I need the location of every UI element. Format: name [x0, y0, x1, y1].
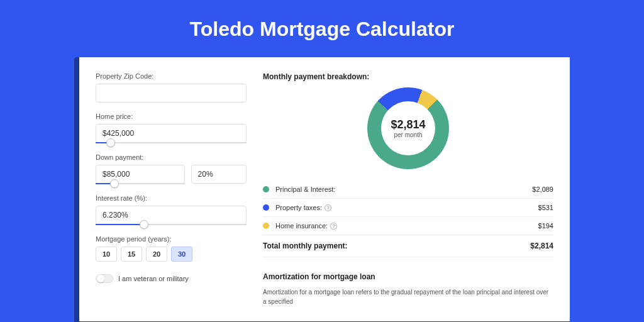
page-title: Toledo Mortgage Calculator [0, 0, 644, 57]
veteran-toggle[interactable] [96, 274, 113, 283]
home-price-group: Home price: [96, 113, 247, 143]
veteran-row: I am veteran or military [96, 274, 247, 283]
slider-thumb[interactable] [106, 138, 115, 147]
donut-amount: $2,814 [391, 118, 425, 131]
period-button-30[interactable]: 30 [171, 247, 192, 262]
legend-row: Principal & Interest:$2,089 [263, 180, 553, 199]
total-label: Total monthly payment: [263, 242, 530, 250]
legend-label: Home insurance:? [275, 222, 538, 230]
total-value: $2,814 [530, 242, 553, 250]
period-label: Mortgage period (years): [96, 235, 247, 243]
legend-value: $2,089 [532, 186, 553, 193]
amortization-body: Amortization for a mortgage loan refers … [263, 287, 553, 306]
legend-row: Property taxes:?$531 [263, 199, 553, 217]
info-icon[interactable]: ? [325, 204, 331, 211]
home-price-label: Home price: [96, 113, 247, 120]
interest-rate-slider[interactable] [96, 224, 247, 225]
zip-label: Property Zip Code: [96, 72, 247, 80]
info-icon[interactable]: ? [330, 223, 337, 230]
breakdown-title: Monthly payment breakdown: [263, 72, 553, 81]
slider-thumb[interactable] [140, 220, 148, 229]
legend-row: Home insurance:?$194 [263, 217, 553, 235]
breakdown-column: Monthly payment breakdown: $2,814 per mo… [263, 72, 553, 306]
down-payment-slider[interactable] [96, 183, 185, 184]
donut-sub: per month [394, 131, 422, 138]
zip-group: Property Zip Code: [96, 72, 247, 103]
legend-value: $194 [538, 222, 553, 230]
down-payment-pct-input[interactable] [191, 165, 247, 184]
legend-dot [263, 223, 269, 229]
period-row: 10152030 [96, 247, 247, 262]
legend: Principal & Interest:$2,089Property taxe… [263, 180, 553, 235]
donut-center: $2,814 per month [381, 101, 435, 155]
interest-rate-label: Interest rate (%): [96, 194, 247, 202]
home-price-input[interactable] [96, 124, 247, 143]
amortization-title: Amortization for mortgage loan [263, 272, 553, 281]
form-column: Property Zip Code: Home price: Down paym… [96, 72, 247, 306]
legend-label: Principal & Interest: [275, 186, 532, 193]
calculator-card: Property Zip Code: Home price: Down paym… [79, 57, 570, 321]
period-button-20[interactable]: 20 [146, 247, 167, 262]
card-shadow: Property Zip Code: Home price: Down paym… [74, 57, 570, 322]
down-payment-group: Down payment: [96, 153, 247, 184]
interest-rate-group: Interest rate (%): [96, 194, 247, 225]
total-row: Total monthly payment: $2,814 [263, 235, 553, 257]
period-group: Mortgage period (years): 10152030 [96, 235, 247, 262]
zip-input[interactable] [96, 84, 247, 103]
legend-dot [263, 204, 269, 211]
legend-value: $531 [538, 204, 553, 211]
home-price-slider[interactable] [96, 142, 247, 143]
donut-chart: $2,814 per month [367, 87, 449, 169]
interest-rate-input[interactable] [96, 206, 247, 225]
legend-dot [263, 186, 269, 192]
period-button-15[interactable]: 15 [121, 247, 142, 262]
period-button-10[interactable]: 10 [96, 247, 117, 262]
legend-label: Property taxes:? [275, 204, 538, 211]
slider-thumb[interactable] [110, 179, 119, 188]
toggle-knob [97, 275, 104, 282]
veteran-label: I am veteran or military [118, 275, 189, 282]
down-payment-amount-input[interactable] [96, 165, 185, 184]
down-payment-label: Down payment: [96, 153, 247, 161]
